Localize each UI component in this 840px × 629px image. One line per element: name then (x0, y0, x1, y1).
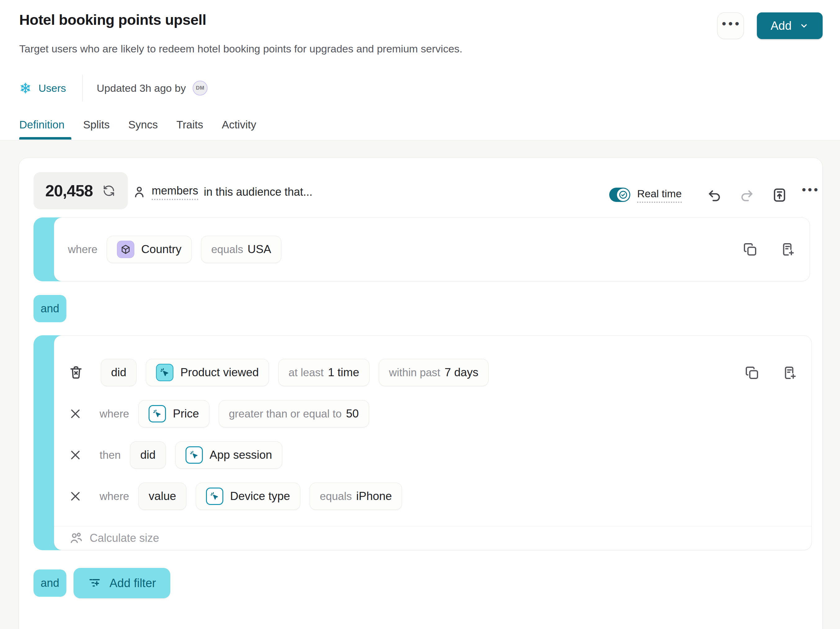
property-label: Price (173, 407, 199, 420)
block-actions (743, 242, 795, 257)
toggle-knob (617, 189, 629, 201)
refresh-count-button[interactable] (103, 184, 115, 197)
operator-value: USA (248, 243, 271, 256)
save-definition-button[interactable] (771, 187, 788, 203)
event-condition-rows: did Product viewed (54, 336, 812, 517)
filter-block-event: did Product viewed (33, 335, 812, 550)
property-chip-price[interactable]: Price (138, 400, 209, 427)
add-button[interactable]: Add (757, 13, 823, 39)
delete-condition-button[interactable] (69, 365, 84, 380)
connector-and[interactable]: and (33, 295, 66, 322)
tab-activity[interactable]: Activity (222, 118, 256, 131)
overflow-button[interactable]: ••• (800, 188, 820, 196)
updated-text: Updated 3h ago by (97, 82, 186, 94)
overflow-icon: ••• (800, 184, 820, 196)
condition-prefix: where (99, 408, 129, 420)
x-icon (69, 407, 82, 421)
undo-button[interactable] (707, 188, 722, 203)
realtime-toggle[interactable] (609, 188, 630, 202)
add-note-button[interactable] (782, 365, 797, 380)
property-row: where value (54, 476, 812, 517)
add-filter-label: Add filter (109, 577, 156, 590)
audience-page: Hotel booking points upsell Target users… (0, 0, 840, 629)
operator-chip-gte-50[interactable]: greater than or equal to 50 (219, 400, 369, 427)
condition-prefix: then (99, 449, 121, 461)
remove-condition-button[interactable] (69, 448, 82, 462)
frequency-chip[interactable]: at least 1 time (278, 359, 369, 386)
attribute-label: Country (141, 243, 182, 256)
filter-block-body: did Product viewed (54, 335, 812, 550)
save-icon (771, 187, 788, 203)
page-description: Target users who are likely to redeem ho… (19, 43, 463, 55)
note-add-icon (782, 365, 797, 380)
chevron-down-icon (799, 21, 809, 31)
add-filter-button[interactable]: Add filter (74, 568, 170, 598)
x-icon (69, 448, 82, 462)
page-title: Hotel booking points upsell (19, 11, 206, 28)
modifier-chip-did[interactable]: did (130, 441, 166, 469)
event-chip-product-viewed[interactable]: Product viewed (146, 359, 269, 386)
undo-icon (707, 188, 722, 203)
cursor-click-icon (185, 446, 203, 464)
filter-block-body: where Country equals USA (54, 218, 810, 281)
trash-icon (69, 365, 84, 380)
event-chip-app-session[interactable]: App session (175, 441, 283, 469)
frequency-operator: at least (289, 366, 324, 379)
event-label: App session (210, 448, 272, 462)
property-label: Device type (230, 490, 290, 503)
filter-block-country: where Country equals USA (33, 218, 810, 281)
calculate-size-button[interactable]: Calculate size (54, 527, 812, 550)
condition-prefix: where (99, 490, 129, 503)
more-button[interactable]: ••• (717, 13, 744, 39)
redo-button[interactable] (739, 188, 755, 203)
x-icon (69, 489, 82, 503)
copy-icon (743, 242, 758, 257)
cube-icon (117, 241, 134, 258)
operator-chip-equals-iphone[interactable]: equals iPhone (309, 482, 402, 510)
member-count: 20,458 (45, 181, 93, 200)
source-link-users[interactable]: Users (19, 82, 66, 94)
block-actions (744, 365, 797, 380)
frequency-value: 1 time (328, 366, 359, 379)
remove-condition-button[interactable] (69, 407, 82, 421)
add-note-button[interactable] (780, 242, 795, 257)
attribute-chip-country[interactable]: Country (107, 236, 192, 263)
snowflake-icon (19, 82, 32, 94)
operator-label: equals (211, 243, 243, 255)
definition-content: 20,458 members in thi (0, 140, 840, 629)
members-rest-text: in this audience that... (204, 186, 313, 199)
members-link[interactable]: members (152, 184, 198, 200)
window-operator: within past (389, 366, 440, 379)
window-value: 7 days (445, 366, 478, 379)
property-chip-device-type[interactable]: Device type (196, 482, 300, 510)
modifier-chip-did[interactable]: did (101, 359, 136, 386)
cursor-click-icon (148, 405, 166, 422)
check-circle-icon (618, 190, 628, 200)
cursor-click-icon (206, 487, 223, 505)
duplicate-condition-button[interactable] (743, 242, 758, 257)
active-tab-underline (19, 137, 71, 140)
people-icon (69, 531, 83, 545)
filter-plus-icon (88, 576, 101, 590)
operator-label: equals (320, 490, 352, 503)
connector-and[interactable]: and (33, 569, 66, 597)
meta-divider (82, 75, 82, 101)
tab-syncs[interactable]: Syncs (128, 118, 158, 131)
tab-definition[interactable]: Definition (19, 118, 65, 131)
modifier-chip-value[interactable]: value (138, 482, 186, 510)
modifier-label: value (148, 490, 176, 503)
time-window-chip[interactable]: within past 7 days (379, 359, 489, 386)
page-header: Hotel booking points upsell Target users… (0, 0, 840, 140)
refresh-icon (103, 184, 115, 197)
source-label: Users (38, 82, 66, 94)
duplicate-condition-button[interactable] (744, 365, 759, 380)
remove-condition-button[interactable] (69, 489, 82, 503)
operator-chip-equals-usa[interactable]: equals USA (201, 236, 281, 263)
tab-splits[interactable]: Splits (83, 118, 110, 131)
realtime-label: Real time (637, 188, 682, 203)
tab-bar: Definition Splits Syncs Traits Activity (19, 118, 256, 131)
meta-row: Users Updated 3h ago by DM (19, 74, 207, 102)
tab-traits[interactable]: Traits (177, 118, 203, 131)
operator-value: 50 (346, 407, 359, 420)
members-sentence: members in this audience that... (133, 184, 313, 200)
